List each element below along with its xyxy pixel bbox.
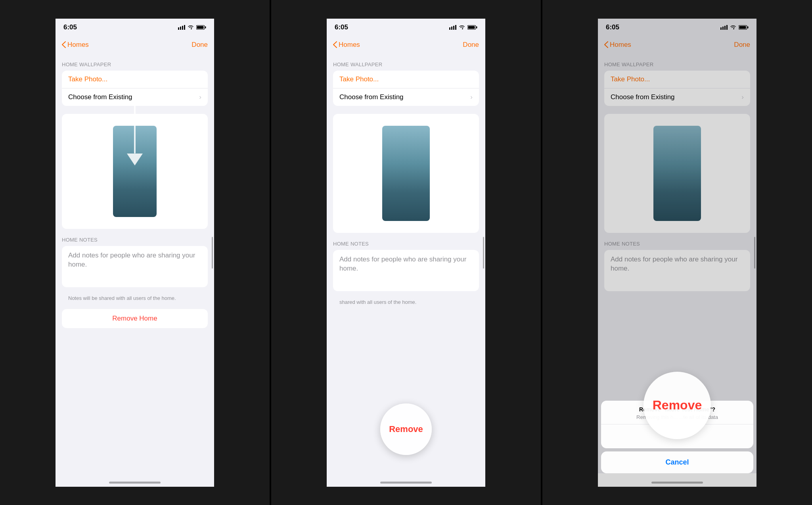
- wifi-icon: [188, 25, 194, 30]
- svg-rect-7: [449, 27, 450, 30]
- screen-2: 6:05 Homes Done HOME WALLPAPER Take Phot…: [327, 19, 485, 487]
- wallpaper-img-2: [382, 126, 430, 221]
- status-icons-3: [720, 25, 749, 30]
- signal-icon: [178, 25, 185, 30]
- scroll-indicator-1: [212, 237, 213, 269]
- notes-placeholder-3[interactable]: Add notes for people who are sharing you…: [611, 255, 744, 286]
- notes-box-2: Add notes for people who are sharing you…: [333, 250, 479, 291]
- svg-rect-2: [182, 26, 183, 30]
- home-indicator-1: [56, 473, 214, 487]
- nav-bar-2: Homes Done: [327, 36, 485, 54]
- back-button-1[interactable]: Homes: [62, 41, 89, 49]
- panel-3: 6:05 Homes Done HOME WALLPAPER Take Phot…: [542, 0, 812, 505]
- battery-icon-2: [467, 25, 477, 30]
- wallpaper-img-1: [113, 126, 157, 217]
- panel-1: 6:05 Homes Done HOME WALLPAPER Take Phot…: [0, 0, 270, 505]
- wallpaper-img-3: [653, 126, 701, 221]
- notes-label-3: HOME NOTES: [604, 241, 750, 247]
- svg-rect-13: [468, 26, 475, 29]
- signal-icon-2: [449, 25, 456, 30]
- chevron-left-icon: [62, 41, 66, 48]
- notes-label-2: HOME NOTES: [333, 241, 479, 247]
- choose-existing-text-1: Choose from Existing: [68, 93, 132, 101]
- status-icons-2: [449, 25, 477, 30]
- remove-circle-large-text-3: Remove: [653, 398, 702, 413]
- chevron-icon-1: ›: [199, 93, 201, 101]
- remove-home-button-1[interactable]: Remove Home: [62, 309, 208, 328]
- notes-section-2: HOME NOTES Add notes for people who are …: [333, 241, 479, 291]
- wallpaper-list-3: Take Photo... Choose from Existing ›: [604, 71, 750, 106]
- svg-rect-5: [205, 26, 206, 28]
- nav-bar-1: Homes Done: [56, 36, 214, 54]
- time-1: 6:05: [63, 23, 77, 31]
- done-button-3[interactable]: Done: [734, 41, 750, 49]
- take-photo-item-3[interactable]: Take Photo...: [604, 71, 750, 88]
- back-button-3[interactable]: Homes: [604, 41, 631, 49]
- notes-label-1: HOME NOTES: [62, 237, 208, 243]
- nav-bar-3: Homes Done: [598, 36, 756, 54]
- wallpaper-preview-3: [604, 114, 750, 233]
- svg-rect-6: [197, 26, 204, 29]
- choose-existing-text-2: Choose from Existing: [339, 93, 404, 101]
- battery-icon-3: [739, 25, 749, 30]
- remove-circle-text-2: Remove: [389, 424, 423, 434]
- time-2: 6:05: [335, 23, 348, 31]
- wallpaper-section-2: HOME WALLPAPER Take Photo... Choose from…: [333, 61, 479, 106]
- svg-rect-14: [720, 27, 722, 30]
- scroll-indicator-3: [754, 237, 755, 269]
- notes-placeholder-1[interactable]: Add notes for people who are sharing you…: [68, 251, 201, 282]
- notes-section-1: HOME NOTES Add notes for people who are …: [62, 237, 208, 287]
- take-photo-item-2[interactable]: Take Photo...: [333, 71, 479, 88]
- status-bar-2: 6:05: [327, 19, 485, 36]
- chevron-icon-3: ›: [741, 93, 744, 101]
- remove-circle-large-3[interactable]: Remove: [643, 372, 711, 439]
- svg-rect-10: [455, 25, 456, 30]
- footer-partial-text-2: shared with all users of the home.: [339, 299, 416, 305]
- chevron-left-icon-3: [604, 41, 608, 48]
- content-1: HOME WALLPAPER Take Photo... Choose from…: [56, 54, 214, 473]
- choose-existing-text-3: Choose from Existing: [611, 93, 675, 101]
- svg-rect-9: [453, 26, 454, 30]
- status-bar-1: 6:05: [56, 19, 214, 36]
- dialog-cancel-btn-3[interactable]: Cancel: [601, 451, 753, 473]
- back-button-2[interactable]: Homes: [333, 41, 360, 49]
- footer-note-2: shared with all users of the home.: [333, 299, 479, 305]
- svg-rect-8: [451, 27, 452, 30]
- panel-2: 6:05 Homes Done HOME WALLPAPER Take Phot…: [271, 0, 541, 505]
- wallpaper-label-1: HOME WALLPAPER: [62, 61, 208, 67]
- choose-existing-item-3[interactable]: Choose from Existing ›: [604, 88, 750, 106]
- back-label-3: Homes: [610, 41, 631, 49]
- wallpaper-preview-2: [333, 114, 479, 233]
- home-indicator-2: [327, 473, 485, 487]
- signal-icon-3: [720, 25, 728, 30]
- screen-3: 6:05 Homes Done HOME WALLPAPER Take Phot…: [598, 19, 756, 487]
- time-3: 6:05: [606, 23, 619, 31]
- choose-existing-item-2[interactable]: Choose from Existing ›: [333, 88, 479, 106]
- wifi-icon-2: [459, 25, 465, 30]
- done-button-2[interactable]: Done: [463, 41, 479, 49]
- svg-rect-20: [739, 26, 746, 29]
- back-label-1: Homes: [67, 41, 89, 49]
- take-photo-item-1[interactable]: Take Photo...: [62, 71, 208, 88]
- take-photo-text-2: Take Photo...: [339, 75, 379, 83]
- home-bar-1: [109, 482, 161, 484]
- chevron-left-icon-2: [333, 41, 337, 48]
- svg-rect-19: [747, 26, 749, 28]
- choose-existing-item-1[interactable]: Choose from Existing ›: [62, 88, 208, 106]
- screen-1: 6:05 Homes Done HOME WALLPAPER Take Phot…: [56, 19, 214, 487]
- remove-circle-2[interactable]: Remove: [380, 403, 432, 455]
- wallpaper-label-3: HOME WALLPAPER: [604, 61, 750, 67]
- done-button-1[interactable]: Done: [192, 41, 208, 49]
- wallpaper-list-2: Take Photo... Choose from Existing ›: [333, 71, 479, 106]
- scroll-indicator-2: [483, 237, 484, 269]
- svg-rect-16: [724, 26, 726, 30]
- svg-rect-12: [476, 26, 477, 28]
- notes-box-1: Add notes for people who are sharing you…: [62, 246, 208, 287]
- back-label-2: Homes: [339, 41, 360, 49]
- wallpaper-list-1: Take Photo... Choose from Existing ›: [62, 71, 208, 106]
- status-bar-3: 6:05: [598, 19, 756, 36]
- notes-placeholder-2[interactable]: Add notes for people who are sharing you…: [339, 255, 473, 286]
- battery-icon: [196, 25, 206, 30]
- wallpaper-section-1: HOME WALLPAPER Take Photo... Choose from…: [62, 61, 208, 106]
- footer-note-1: Notes will be shared with all users of t…: [62, 295, 208, 301]
